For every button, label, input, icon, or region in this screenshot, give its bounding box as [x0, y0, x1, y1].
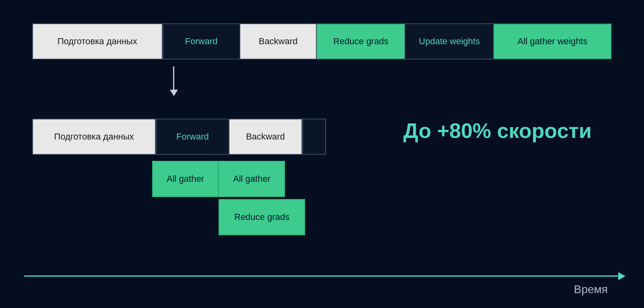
block-dark-filler — [302, 119, 325, 154]
speed-text: До +80% скорости — [403, 119, 592, 143]
overlap-row-2: Reduce grads — [219, 199, 305, 235]
block-all-gather-1: All gather — [152, 161, 219, 197]
block-backward-2: Backward — [229, 119, 302, 154]
timeline-row-1: Подготовка данных Forward Backward Reduc… — [32, 23, 612, 60]
main-container: Подготовка данных Forward Backward Reduc… — [0, 0, 644, 308]
block-reduce-grads-overlap: Reduce grads — [219, 199, 305, 235]
overlap-container: All gather All gather Reduce grads — [152, 161, 305, 235]
down-arrow — [173, 66, 174, 90]
block-backward-1: Backward — [240, 24, 317, 59]
block-reduce-grads-1: Reduce grads — [317, 24, 405, 59]
block-forward-2: Forward — [156, 119, 229, 154]
block-forward-1: Forward — [163, 24, 240, 59]
timeline-arrow — [24, 275, 620, 277]
block-data-prep-2: Подготовка данных — [33, 119, 156, 154]
block-data-prep-1: Подготовка данных — [33, 24, 163, 59]
timeline-row-2: Подготовка данных Forward Backward — [32, 119, 326, 155]
overlap-row-1: All gather All gather — [152, 161, 305, 197]
block-all-gather-weights-1: All gather weights — [494, 24, 611, 59]
block-update-weights-1: Update weights — [405, 24, 494, 59]
block-all-gather-2: All gather — [219, 161, 285, 197]
time-label: Время — [574, 283, 608, 296]
